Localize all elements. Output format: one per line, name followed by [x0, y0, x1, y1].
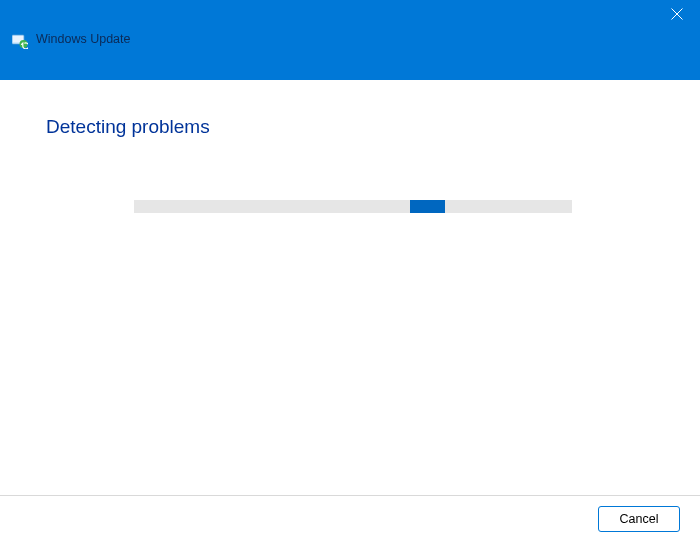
close-button[interactable]: [654, 0, 700, 30]
footer-bar: Cancel: [0, 495, 700, 541]
progress-container: [46, 200, 660, 213]
windows-update-icon: [12, 33, 28, 49]
progress-segment: [410, 200, 445, 213]
progress-bar: [134, 200, 572, 213]
header-title: Windows Update: [36, 32, 131, 46]
content-area: Detecting problems: [0, 80, 700, 495]
page-heading: Detecting problems: [46, 116, 660, 138]
cancel-button[interactable]: Cancel: [598, 506, 680, 532]
titlebar: [0, 0, 700, 30]
header-bar: Windows Update: [0, 30, 700, 80]
close-icon: [671, 6, 683, 24]
